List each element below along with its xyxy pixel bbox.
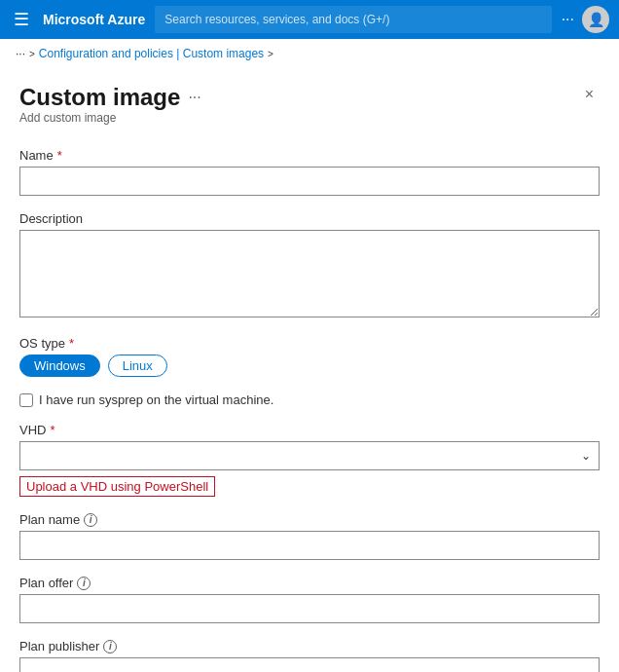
azure-logo: Microsoft Azure — [43, 12, 145, 27]
page-menu-dots[interactable]: ··· — [188, 89, 200, 106]
plan-name-label: Plan name i — [19, 512, 600, 527]
upload-vhd-link[interactable]: Upload a VHD using PowerShell — [19, 476, 215, 497]
name-label: Name * — [19, 148, 600, 163]
breadcrumb: ··· > Configuration and policies | Custo… — [0, 39, 619, 68]
description-textarea[interactable] — [19, 230, 600, 317]
main-content: Custom image ··· Add custom image × Name… — [0, 68, 619, 672]
vhd-required-star: * — [50, 423, 55, 437]
plan-offer-input[interactable] — [19, 594, 600, 623]
os-linux-button[interactable]: Linux — [108, 355, 167, 377]
plan-publisher-input[interactable] — [19, 657, 600, 672]
plan-name-info-icon[interactable]: i — [84, 513, 97, 527]
breadcrumb-sep1: > — [29, 49, 35, 59]
topbar: ☰ Microsoft Azure ··· 👤 — [0, 0, 619, 39]
os-windows-button[interactable]: Windows — [19, 355, 100, 377]
avatar[interactable]: 👤 — [582, 6, 609, 33]
more-icon[interactable]: ··· — [562, 11, 574, 28]
plan-offer-info-icon[interactable]: i — [77, 577, 91, 590]
plan-name-field: Plan name i — [19, 512, 600, 560]
search-input[interactable] — [155, 6, 551, 33]
sysprep-label: I have run sysprep on the virtual machin… — [39, 392, 273, 407]
plan-offer-label: Plan offer i — [19, 576, 600, 590]
sysprep-row: I have run sysprep on the virtual machin… — [19, 392, 600, 407]
vhd-field: VHD * ⌄ Upload a VHD using PowerShell — [19, 423, 600, 497]
os-type-label: OS type * — [19, 336, 600, 351]
description-label: Description — [19, 211, 600, 226]
page-title: Custom image — [19, 84, 180, 111]
plan-offer-field: Plan offer i — [19, 576, 600, 623]
chevron-down-icon: ⌄ — [581, 449, 591, 463]
description-field: Description — [19, 211, 600, 320]
page-header: Custom image ··· Add custom image × — [19, 84, 600, 144]
topbar-actions: ··· 👤 — [562, 6, 609, 33]
close-button[interactable]: × — [579, 84, 600, 105]
hamburger-icon[interactable]: ☰ — [10, 5, 33, 34]
sysprep-checkbox[interactable] — [19, 393, 33, 407]
plan-publisher-label: Plan publisher i — [19, 639, 600, 653]
breadcrumb-dots[interactable]: ··· — [16, 47, 25, 60]
plan-publisher-field: Plan publisher i — [19, 639, 600, 672]
vhd-dropdown[interactable]: ⌄ — [19, 441, 600, 470]
page-subtitle: Add custom image — [19, 111, 201, 125]
os-type-required-star: * — [69, 336, 74, 351]
plan-name-input[interactable] — [19, 531, 600, 560]
breadcrumb-sep2: > — [268, 49, 273, 59]
name-input[interactable] — [19, 167, 600, 196]
breadcrumb-link1[interactable]: Configuration and policies | Custom imag… — [39, 47, 264, 60]
name-field: Name * — [19, 148, 600, 196]
vhd-label: VHD * — [19, 423, 600, 437]
os-type-row: Windows Linux — [19, 355, 600, 377]
plan-publisher-info-icon[interactable]: i — [103, 640, 117, 653]
os-type-field: OS type * Windows Linux — [19, 336, 600, 377]
name-required-star: * — [57, 148, 62, 163]
